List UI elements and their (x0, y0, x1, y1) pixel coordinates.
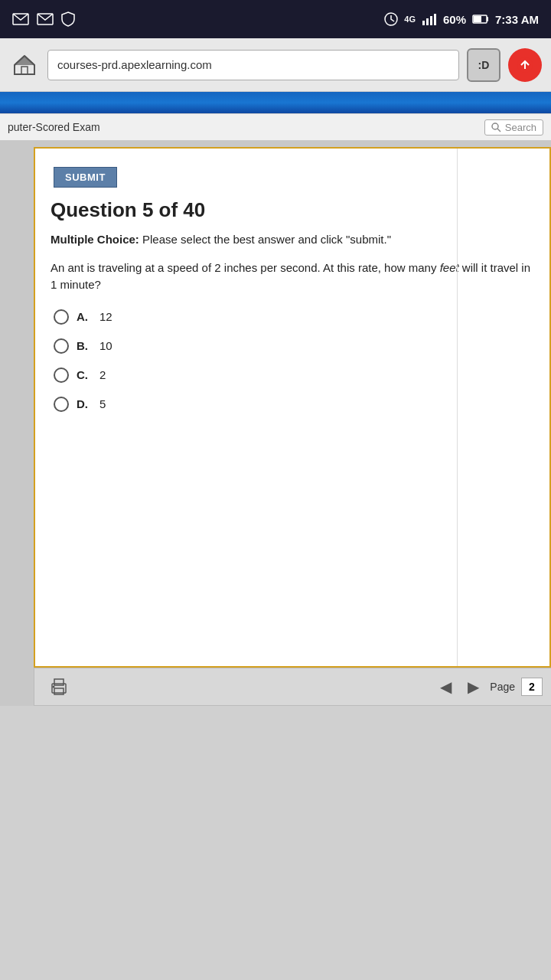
instruction-bold: Multiple Choice: (51, 233, 139, 246)
svg-point-12 (492, 123, 498, 129)
radio-a[interactable] (54, 309, 69, 325)
exam-card: SUBMIT Question 5 of 40 Multiple Choice:… (34, 147, 551, 668)
label-d: D. (77, 397, 92, 410)
exam-title: puter-Scored Exam (8, 121, 100, 133)
option-b[interactable]: B. 10 (54, 338, 534, 354)
svg-rect-8 (487, 17, 488, 21)
question-italic: feet (440, 261, 459, 274)
search-placeholder: Search (505, 122, 536, 133)
radio-d[interactable] (54, 397, 69, 412)
gray-area (0, 706, 551, 943)
divider-line (457, 149, 458, 666)
option-c[interactable]: C. 2 (54, 368, 534, 383)
label-c: C. (77, 368, 92, 381)
status-bar: 4G 60% 7:33 AM (0, 0, 551, 38)
next-page-button[interactable]: ▶ (462, 678, 484, 696)
upload-button[interactable] (508, 48, 542, 82)
search-box[interactable]: Search (484, 119, 543, 136)
value-b: 10 (99, 339, 112, 352)
value-d: 5 (99, 397, 106, 410)
exam-header: puter-Scored Exam Search (0, 113, 551, 141)
radio-c[interactable] (54, 368, 69, 383)
svg-point-17 (53, 686, 55, 688)
print-icon (47, 676, 70, 697)
tab-button[interactable]: :D (467, 48, 500, 82)
home-button[interactable] (9, 50, 40, 80)
question-number: Question 5 of 40 (51, 198, 534, 222)
question-area: Question 5 of 40 Multiple Choice: Please… (35, 188, 549, 427)
option-a[interactable]: A. 12 (54, 309, 534, 325)
browser-chrome: courses-prd.apexlearning.com :D (0, 38, 551, 92)
page-label: Page (490, 681, 515, 693)
svg-line-13 (497, 129, 500, 132)
label-b: B. (77, 339, 92, 352)
answer-options: A. 12 B. 10 C. 2 D. 5 (51, 309, 534, 412)
url-text: courses-prd.apexlearning.com (57, 58, 212, 71)
search-icon (491, 122, 501, 132)
signal-icon (422, 13, 437, 25)
lte-icon: 4G (404, 15, 416, 24)
home-icon (13, 54, 36, 76)
bottom-toolbar: ◀ ▶ Page 2 (34, 668, 551, 706)
mail-icon (37, 13, 54, 25)
print-button[interactable] (45, 673, 73, 701)
status-info: 4G 60% 7:33 AM (384, 12, 539, 26)
upload-icon (517, 57, 533, 74)
shield-icon (61, 11, 75, 27)
value-c: 2 (99, 368, 106, 381)
blue-banner (0, 92, 551, 113)
svg-rect-10 (21, 67, 28, 74)
clock-time: 7:33 AM (495, 13, 539, 26)
svg-rect-6 (434, 14, 436, 25)
instruction-text: Please select the best answer and click … (139, 233, 391, 246)
svg-rect-4 (426, 18, 429, 25)
svg-rect-9 (474, 16, 481, 22)
label-a: A. (77, 310, 92, 323)
tab-label: :D (478, 59, 490, 71)
svg-rect-16 (54, 688, 64, 694)
option-d[interactable]: D. 5 (54, 397, 534, 412)
address-bar[interactable]: courses-prd.apexlearning.com (47, 50, 459, 80)
email-icon (12, 13, 29, 25)
question-instruction: Multiple Choice: Please select the best … (51, 231, 534, 249)
svg-rect-15 (54, 679, 64, 685)
svg-rect-5 (430, 16, 432, 25)
question-part1: An ant is traveling at a speed of 2 inch… (51, 261, 440, 274)
battery-icon (472, 15, 489, 24)
question-text: An ant is traveling at a speed of 2 inch… (51, 260, 534, 294)
pagination: ◀ ▶ Page 2 (435, 678, 543, 696)
page-number[interactable]: 2 (521, 678, 543, 696)
battery-percentage: 60% (443, 13, 466, 26)
value-a: 12 (99, 310, 112, 323)
main-content: SUBMIT Question 5 of 40 Multiple Choice:… (0, 141, 551, 706)
prev-page-button[interactable]: ◀ (435, 678, 456, 696)
radio-b[interactable] (54, 338, 69, 354)
clock-icon (384, 12, 398, 26)
svg-rect-3 (422, 21, 425, 25)
submit-button[interactable]: SUBMIT (54, 167, 117, 188)
status-icons (12, 11, 75, 27)
